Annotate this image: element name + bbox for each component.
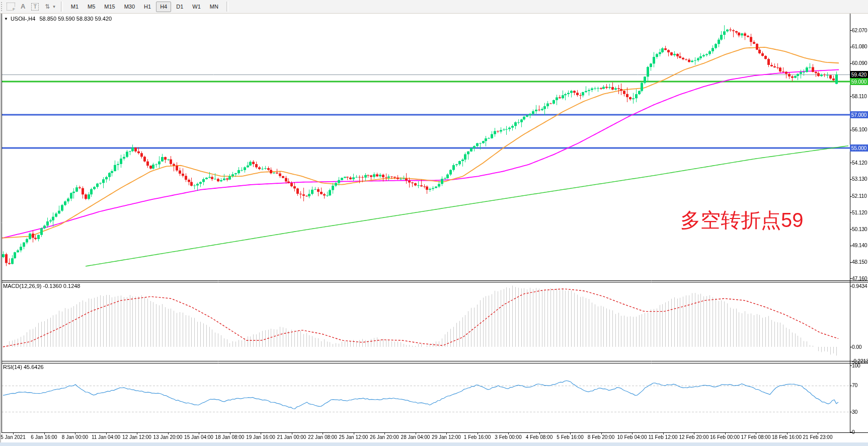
rsi-indicator-label: RSI(14) 45.6426 (3, 364, 44, 370)
price-axis-label: 61.080 (852, 43, 867, 49)
price-axis-label: 47.160 (852, 275, 867, 281)
time-axis-label: 8 Feb 20:00 (588, 434, 614, 440)
time-axis-label: 10 Feb 04:00 (617, 434, 647, 440)
toolbar-separator (61, 2, 63, 12)
time-axis-label: 18 Feb 16:00 (772, 434, 802, 440)
timeframe-button-h4[interactable]: H4 (156, 2, 171, 12)
macd-indicator-label: MACD(12,26,9) -0.1360 0.1248 (3, 283, 80, 289)
time-axis-label: 21 Jan 00:00 (277, 434, 306, 440)
price-axis-label: 49.140 (852, 242, 867, 248)
text-t-icon[interactable]: T (31, 3, 39, 11)
timeframe-button-mn[interactable]: MN (206, 2, 222, 12)
price-axis-label: 60.090 (852, 60, 867, 66)
symbol-timeframe-label: USOil-,H4 (11, 16, 36, 22)
chart-title: ▼USOil-,H458.850 59.590 58.830 59.420 (4, 16, 112, 22)
price-axis-label: 58.110 (852, 93, 867, 99)
annotation-text: 多空转折点59 (680, 206, 804, 234)
rsi-axis-label: 70 (852, 382, 857, 388)
toolbar: F A T ⇅ ▾ M1M5M15M30H1H4D1W1MN (0, 0, 868, 14)
macd-axis-label: 0.9434 (852, 283, 867, 289)
level-59-tag: 59.000 (850, 78, 868, 85)
time-axis-label: 29 Jan 12:00 (432, 434, 461, 440)
toolbar-separator (226, 2, 228, 12)
timeframe-button-m30[interactable]: M30 (120, 2, 139, 12)
price-axis-label: 62.070 (852, 27, 867, 33)
time-axis-label: 16 Feb 00:00 (710, 434, 740, 440)
time-axis-label: 11 Feb 12:00 (648, 434, 677, 440)
time-axis-label: 13 Jan 20:00 (153, 434, 183, 440)
timeframe-button-m5[interactable]: M5 (84, 2, 99, 12)
time-axis-label: 17 Feb 08:00 (741, 434, 771, 440)
time-axis-label: 19 Jan 16:00 (246, 434, 275, 440)
timeframe-button-m1[interactable]: M1 (67, 2, 83, 12)
collapse-triangle-icon[interactable]: ▼ (4, 17, 8, 21)
level-57-tag: 57.000 (850, 111, 868, 118)
time-axis-label: 6 Jan 16:00 (31, 434, 57, 440)
time-axis-label: 26 Jan 20:00 (370, 434, 399, 440)
price-axis-label: 54.120 (852, 160, 867, 166)
price-axis-label: 56.100 (852, 126, 867, 132)
time-axis-label: 15 Jan 04:00 (184, 434, 213, 440)
macd-axis-label: 0.00 (852, 344, 861, 350)
mt4-chart-window: F A T ⇅ ▾ M1M5M15M30H1H4D1W1MN ▼USOil-,H… (0, 0, 868, 446)
time-axis-label: 21 Feb 23:00 (803, 434, 833, 440)
font-a-icon[interactable]: A (21, 3, 25, 11)
time-axis-label: 5 Jan 2021 (1, 434, 26, 440)
time-axis-label: 11 Jan 04:00 (92, 434, 120, 440)
time-axis-label: 28 Jan 04:00 (401, 434, 430, 440)
level-55-tag: 55.000 (850, 144, 868, 152)
toolbar-grip[interactable] (1, 2, 4, 11)
time-axis-label: 4 Feb 08:00 (526, 434, 553, 440)
time-axis-label: 18 Jan 08:00 (215, 434, 245, 440)
time-axis-label: 12 Feb 20:00 (679, 434, 709, 440)
timeframe-button-m15[interactable]: M15 (100, 2, 119, 12)
price-axis-label: 48.150 (852, 259, 867, 265)
time-axis-label: 8 Jan 00:00 (62, 434, 88, 440)
price-axis-label: 53.130 (852, 176, 867, 182)
cycle-arrows-icon[interactable]: ⇅ (45, 3, 50, 11)
time-axis-label: 5 Feb 16:00 (557, 434, 583, 440)
current-price-tag: 59.420 (850, 71, 868, 78)
ohlc-values: 58.850 59.590 58.830 59.420 (39, 16, 112, 22)
timeframe-button-group: M1M5M15M30H1H4D1W1MN (66, 2, 223, 12)
rsi-axis-label: 30 (852, 409, 857, 415)
chart-grid-f-icon[interactable]: F (7, 3, 15, 11)
time-axis-label: 12 Jan 12:00 (122, 434, 151, 440)
price-axis-label: 51.120 (852, 209, 867, 215)
timeframe-button-w1[interactable]: W1 (188, 2, 205, 12)
timeframe-button-d1[interactable]: D1 (172, 2, 187, 12)
time-axis-label: 3 Feb 00:00 (495, 434, 521, 440)
rsi-axis-label: 100 (852, 362, 860, 368)
dropdown-caret-icon[interactable]: ▾ (53, 4, 55, 9)
rsi-axis-label: 0 (852, 429, 855, 435)
price-axis-label: 50.130 (852, 226, 867, 232)
timeframe-button-h1[interactable]: H1 (140, 2, 155, 12)
time-axis-label: 25 Jan 12:00 (339, 434, 368, 440)
time-axis-label: 22 Jan 08:00 (308, 434, 337, 440)
time-axis-label: 1 Feb 16:00 (464, 434, 491, 440)
price-axis-label: 52.110 (852, 193, 867, 199)
